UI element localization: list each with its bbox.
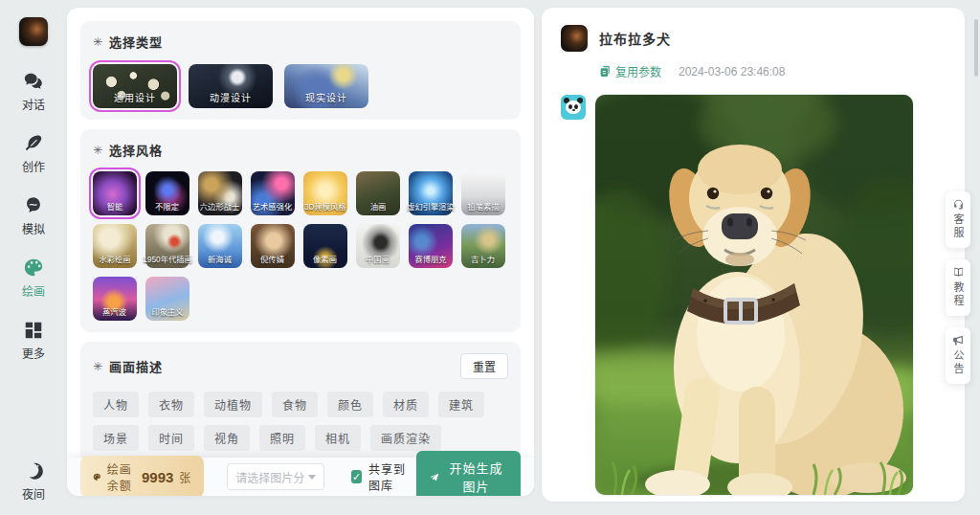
config-scroll-area[interactable]: ✳ 选择类型 通用设计动漫设计现实设计 ✳ 选择风格 智能不限定六边形战士艺术感…	[67, 8, 534, 458]
feather-icon	[23, 133, 44, 154]
type-card-label: 现实设计	[305, 90, 347, 104]
generate-image-button[interactable]: 开始生成图片	[416, 451, 521, 496]
style-tile[interactable]: 像素画	[303, 224, 347, 268]
sidebar-item-label: 夜间	[22, 485, 45, 502]
image-category-select[interactable]: 请选择图片分类	[227, 463, 324, 490]
style-tile-label: 3D建模风格	[304, 201, 346, 213]
chat-icon	[23, 71, 44, 92]
result-timestamp: 2024-03-06 23:46:08	[679, 65, 785, 78]
style-tile[interactable]: 水彩绘画	[93, 224, 137, 268]
describe-tag[interactable]: 颜色	[327, 392, 373, 417]
tutorial-tab[interactable]: 教程	[946, 259, 970, 316]
select-style-section: ✳ 选择风格 智能不限定六边形战士艺术感强化3D建模风格油画虚幻引擎渲染铅笔素描…	[80, 129, 521, 332]
style-tile[interactable]: 油画	[356, 171, 400, 215]
palette-icon	[93, 470, 101, 484]
describe-tag[interactable]: 建筑	[438, 392, 484, 417]
type-card-list: 通用设计动漫设计现实设计	[93, 64, 508, 108]
moon-icon	[23, 460, 44, 481]
describe-tag-list: 人物衣物动植物食物颜色材质建筑场景时间视角照明相机画质渲染视觉风格艺术形式插画师…	[93, 392, 508, 458]
style-tile[interactable]: 吉卜力	[461, 224, 505, 268]
style-tile[interactable]: 倪传婧	[251, 224, 295, 268]
sidebar-item-create[interactable]: 创作	[22, 133, 45, 174]
describe-tag[interactable]: 食物	[272, 392, 318, 417]
style-tile[interactable]: 铅笔素描	[461, 171, 505, 215]
category-placeholder: 请选择图片分类	[235, 469, 304, 485]
describe-section: ✳ 画面描述 重置 人物衣物动植物食物颜色材质建筑场景时间视角照明相机画质渲染视…	[80, 342, 521, 458]
describe-tag[interactable]: 材质	[383, 392, 429, 417]
result-title: 拉布拉多犬	[599, 29, 671, 48]
bot-panda-avatar	[561, 95, 586, 120]
describe-tag[interactable]: 场景	[93, 425, 139, 451]
style-tile-label: 智能	[107, 201, 123, 213]
style-tile[interactable]: 印象主义	[145, 277, 189, 321]
sidebar-item-simulate[interactable]: 模拟	[22, 195, 45, 236]
page-scrollbar-thumb[interactable]	[974, 19, 978, 77]
describe-tag[interactable]: 照明	[259, 425, 305, 451]
sidebar-item-more[interactable]: 更多	[22, 320, 45, 361]
sidebar-item-label: 对话	[22, 96, 45, 112]
style-tile[interactable]: 智能	[93, 171, 137, 215]
sidebar-item-draw[interactable]: 绘画	[22, 258, 45, 299]
style-tile[interactable]: 蒸汽波	[93, 277, 137, 321]
describe-tag[interactable]: 相机	[315, 425, 361, 451]
generate-footer-bar: 绘画余额 9993 张 请选择图片分类 ✓ 共享到图库 开始生成图片	[67, 458, 534, 496]
sidebar-item-label: 创作	[22, 158, 45, 174]
persona-icon	[23, 195, 44, 216]
describe-tag[interactable]: 画质渲染	[370, 425, 441, 451]
style-tile-label: 虚幻引擎渲染	[407, 201, 455, 213]
customer-service-tab[interactable]: 客服	[946, 191, 970, 248]
style-tile-label: 赛博朋克	[414, 254, 446, 265]
describe-tag[interactable]: 视角	[204, 425, 250, 451]
style-tile-label: 印象主义	[151, 306, 183, 318]
describe-tag[interactable]: 动植物	[204, 392, 262, 417]
type-card[interactable]: 现实设计	[284, 64, 368, 108]
style-tile-label: 六边形战士	[200, 201, 239, 213]
draw-config-panel: ✳ 选择类型 通用设计动漫设计现实设计 ✳ 选择风格 智能不限定六边形战士艺术感…	[67, 8, 534, 496]
style-tile-label: 倪传婧	[261, 254, 285, 265]
style-tile[interactable]: 3D建模风格	[303, 171, 347, 215]
type-card[interactable]: 通用设计	[93, 64, 177, 108]
headset-icon	[952, 198, 965, 211]
draw-balance-badge: 绘画余额 9993 张	[80, 456, 204, 496]
balance-value: 9993	[142, 469, 173, 485]
copy-icon	[599, 65, 612, 78]
paper-plane-icon	[430, 471, 439, 483]
user-avatar[interactable]	[19, 17, 48, 46]
style-tile[interactable]: 1950年代插画	[145, 224, 189, 268]
result-panel: 拉布拉多犬 复用参数 2024-03-06 23:46:08	[542, 8, 965, 502]
style-tile-label: 艺术感强化	[253, 201, 292, 213]
style-tile[interactable]: 不限定	[145, 171, 189, 215]
generated-dog-image[interactable]	[595, 95, 913, 495]
sidebar-item-night-mode[interactable]: 夜间	[22, 460, 45, 502]
help-tab-stack: 客服 教程 公告	[946, 191, 970, 384]
style-tile[interactable]: 艺术感强化	[251, 171, 295, 215]
sidebar-item-chat[interactable]: 对话	[22, 71, 45, 112]
style-tile[interactable]: 虚幻引擎渲染	[409, 171, 453, 215]
share-to-gallery-toggle[interactable]: ✓ 共享到图库	[351, 460, 416, 493]
style-tile[interactable]: 中国画	[356, 224, 400, 268]
style-tile[interactable]: 赛博朋克	[409, 224, 453, 268]
type-card-label: 动漫设计	[210, 90, 252, 104]
style-tile-label: 新海诚	[209, 254, 233, 265]
reset-button[interactable]: 重置	[460, 353, 508, 379]
type-card[interactable]: 动漫设计	[189, 64, 273, 108]
style-tile-label: 像素画	[314, 254, 338, 265]
select-type-section: ✳ 选择类型 通用设计动漫设计现实设计	[80, 21, 521, 120]
style-tile[interactable]: 六边形战士	[198, 171, 242, 215]
describe-tag[interactable]: 衣物	[148, 392, 194, 417]
announcement-tab[interactable]: 公告	[946, 327, 970, 384]
describe-tag[interactable]: 人物	[93, 392, 139, 417]
grid-icon	[23, 320, 44, 341]
section-title: 画面描述	[109, 357, 163, 375]
chevron-down-icon	[308, 475, 316, 480]
share-label: 共享到图库	[368, 460, 416, 493]
style-tile-list: 智能不限定六边形战士艺术感强化3D建模风格油画虚幻引擎渲染铅笔素描水彩绘画195…	[93, 171, 508, 321]
describe-tag[interactable]: 时间	[148, 425, 194, 451]
style-tile[interactable]: 新海诚	[198, 224, 242, 268]
style-tile-label: 吉卜力	[472, 254, 496, 265]
balance-unit: 张	[179, 469, 191, 485]
reuse-params-button[interactable]: 复用参数	[599, 63, 661, 79]
megaphone-icon	[952, 334, 965, 347]
share-checkbox[interactable]: ✓	[351, 470, 362, 483]
user-avatar	[561, 25, 588, 52]
